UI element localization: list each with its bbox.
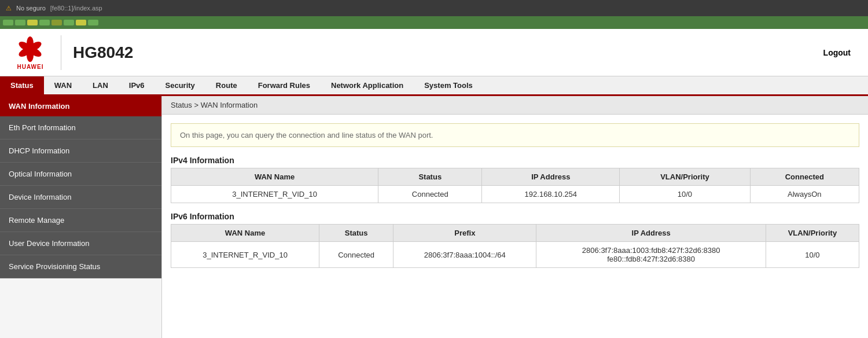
- sidebar-item-user-device[interactable]: User Device Information: [0, 232, 161, 255]
- huawei-logo-icon: [12, 35, 49, 64]
- sidebar-item-service-provisioning[interactable]: Service Provisioning Status: [0, 255, 161, 278]
- info-text: On this page, you can query the connecti…: [180, 131, 433, 139]
- breadcrumb: Status > WAN Information: [162, 96, 868, 115]
- ipv4-col-connected: Connected: [750, 168, 859, 186]
- sidebar-item-remote-manage[interactable]: Remote Manage: [0, 209, 161, 232]
- security-warning: ⚠: [6, 5, 12, 12]
- ipv6-section-title: IPv6 Information: [171, 212, 859, 221]
- toolbar-dot-8: [88, 20, 98, 25]
- sidebar: WAN Information Eth Port Information DHC…: [0, 96, 162, 338]
- nav-bar: Status WAN LAN IPv6 Security Route Forwa…: [0, 76, 868, 96]
- browser-bar: ⚠ No seguro [fe80::1]/index.asp: [0, 0, 868, 16]
- toolbar-dot-7: [76, 20, 86, 25]
- toolbar-dot-3: [27, 20, 38, 25]
- sidebar-item-optical[interactable]: Optical Information: [0, 163, 161, 186]
- ipv4-row-ip-address: 192.168.10.254: [482, 186, 620, 203]
- ipv6-row-prefix: 2806:3f7:8aaa:1004::/64: [393, 242, 536, 268]
- toolbar-dot-6: [64, 20, 74, 25]
- page-wrapper: HUAWEI HG8042 Logout Status WAN LAN IPv6…: [0, 29, 868, 338]
- sidebar-item-dhcp[interactable]: DHCP Information: [0, 139, 161, 163]
- content-area: WAN Information Eth Port Information DHC…: [0, 96, 868, 338]
- browser-toolbar: [0, 16, 868, 29]
- sidebar-header: WAN Information: [0, 96, 161, 116]
- ipv6-ip-line2: fe80::fdb8:427f:32d6:8380: [607, 255, 695, 263]
- header-left: HUAWEI HG8042: [12, 35, 133, 70]
- ipv6-table: WAN Name Status Prefix IP Address VLAN/P…: [171, 224, 859, 268]
- toolbar-dot-5: [52, 20, 62, 25]
- ipv4-table: WAN Name Status IP Address VLAN/Priority…: [171, 168, 859, 203]
- url-text: [fe80::1]/index.asp: [50, 5, 102, 12]
- ipv4-col-status: Status: [378, 168, 482, 186]
- ipv6-col-prefix: Prefix: [393, 225, 536, 242]
- nav-item-forward-rules[interactable]: Forward Rules: [248, 76, 321, 94]
- ipv4-row-vlan-priority: 10/0: [620, 186, 750, 203]
- ipv4-col-vlan-priority: VLAN/Priority: [620, 168, 750, 186]
- ipv6-col-status: Status: [319, 225, 393, 242]
- nav-item-wan[interactable]: WAN: [44, 76, 82, 94]
- nav-item-network-application[interactable]: Network Application: [321, 76, 414, 94]
- toolbar-dot-4: [39, 20, 50, 25]
- nav-item-route[interactable]: Route: [205, 76, 248, 94]
- ipv6-col-wan-name: WAN Name: [171, 225, 319, 242]
- ipv4-col-wan-name: WAN Name: [171, 168, 378, 186]
- ipv6-ip-line1: 2806:3f7:8aaa:1003:fdb8:427f:32d6:8380: [582, 246, 720, 255]
- header-divider: [61, 35, 61, 70]
- logo-text: HUAWEI: [17, 64, 44, 70]
- security-text: No seguro: [16, 5, 46, 12]
- ipv6-row-vlan-priority: 10/0: [766, 242, 859, 268]
- ipv6-col-vlan-priority: VLAN/Priority: [766, 225, 859, 242]
- ipv4-section-title: IPv4 Information: [171, 156, 859, 165]
- ipv6-col-ip-address: IP Address: [536, 225, 766, 242]
- sidebar-item-eth-port[interactable]: Eth Port Information: [0, 116, 161, 139]
- nav-item-ipv6[interactable]: IPv6: [119, 76, 155, 94]
- toolbar-dot-2: [15, 20, 25, 25]
- nav-item-lan[interactable]: LAN: [82, 76, 119, 94]
- ipv4-row-wan-name: 3_INTERNET_R_VID_10: [171, 186, 378, 203]
- nav-item-status[interactable]: Status: [0, 76, 44, 94]
- ipv4-table-row: 3_INTERNET_R_VID_10 Connected 192.168.10…: [171, 186, 859, 203]
- ipv6-table-row: 3_INTERNET_R_VID_10 Connected 2806:3f7:8…: [171, 242, 859, 268]
- nav-item-system-tools[interactable]: System Tools: [414, 76, 483, 94]
- logout-button[interactable]: Logout: [818, 45, 856, 60]
- ipv4-row-connected: AlwaysOn: [750, 186, 859, 203]
- logo-area: HUAWEI: [12, 35, 49, 70]
- info-box: On this page, you can query the connecti…: [171, 123, 859, 147]
- ipv4-col-ip-address: IP Address: [482, 168, 620, 186]
- ipv6-row-ip-address: 2806:3f7:8aaa:1003:fdb8:427f:32d6:8380 f…: [536, 242, 766, 268]
- header: HUAWEI HG8042 Logout: [0, 29, 868, 76]
- sidebar-item-device-info[interactable]: Device Information: [0, 186, 161, 209]
- nav-item-security[interactable]: Security: [155, 76, 205, 94]
- ipv4-row-status: Connected: [378, 186, 482, 203]
- toolbar-dot-1: [3, 20, 13, 25]
- ipv6-row-wan-name: 3_INTERNET_R_VID_10: [171, 242, 319, 268]
- product-title: HG8042: [73, 43, 133, 62]
- ipv6-row-status: Connected: [319, 242, 393, 268]
- main-content: Status > WAN Information On this page, y…: [162, 96, 868, 338]
